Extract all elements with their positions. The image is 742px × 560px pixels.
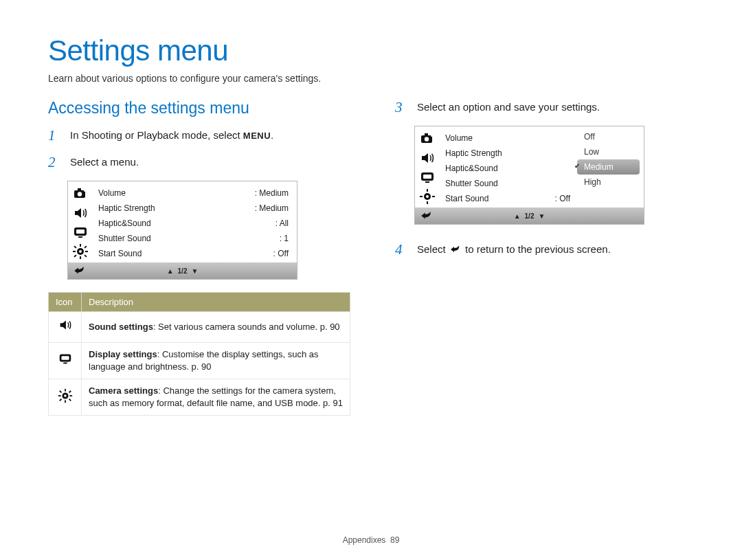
cs2-options: Off Low Medium High <box>576 126 641 208</box>
option-medium[interactable]: Medium <box>577 159 640 175</box>
svg-point-29 <box>64 394 67 397</box>
back-arrow-icon <box>449 243 462 255</box>
cs2-row: Start SoundOff <box>442 191 573 206</box>
svg-rect-14 <box>84 246 87 249</box>
cs1-rows: VolumeMedium Haptic StrengthMedium Hapti… <box>93 181 297 262</box>
step1-pre: In Shooting or Playback mode, select <box>70 129 243 141</box>
chevron-down-icon[interactable]: ▼ <box>191 267 198 275</box>
svg-point-42 <box>426 195 429 198</box>
cs1-row: VolumeMedium <box>95 186 291 201</box>
intro-text: Learn about various options to configure… <box>48 73 694 84</box>
desc-rest: : Set various camera sounds and volume. … <box>153 322 340 332</box>
cs1-sidebar <box>68 181 93 262</box>
sound-settings-icon <box>49 312 82 342</box>
chevron-up-icon[interactable]: ▲ <box>514 212 521 220</box>
camera-screen-1: VolumeMedium Haptic StrengthMedium Hapti… <box>67 181 297 280</box>
svg-rect-22 <box>65 400 66 403</box>
svg-rect-35 <box>423 175 431 179</box>
cs2-row: Haptic&Sound <box>442 161 573 176</box>
cs2-row: Volume <box>442 131 573 146</box>
pager: ▲ 1/2 ▼ <box>434 212 625 220</box>
svg-rect-5 <box>76 229 85 234</box>
svg-rect-31 <box>425 133 428 136</box>
back-icon[interactable] <box>419 208 434 224</box>
camera-screen-2: Volume Haptic Strength Haptic&Sound Shut… <box>414 126 644 225</box>
back-icon[interactable] <box>72 263 87 279</box>
display-settings-icon <box>49 342 82 379</box>
pager-text: 1/2 <box>178 267 188 275</box>
step-3: 3 Select an option and save your setting… <box>395 99 694 116</box>
page-footer: Appendixes 89 <box>0 535 742 545</box>
step-text: Select a menu. <box>70 154 347 171</box>
svg-rect-6 <box>78 236 82 238</box>
svg-rect-12 <box>74 246 76 249</box>
desc-bold: Sound settings <box>89 322 153 332</box>
step-text: Select an option and save your settings. <box>417 99 694 116</box>
camera-mode-icon <box>419 131 436 147</box>
svg-point-33 <box>431 135 432 137</box>
svg-rect-8 <box>80 244 81 247</box>
svg-point-32 <box>425 137 429 141</box>
cs1-row: Start SoundOff <box>95 246 291 261</box>
row-value: Off <box>555 194 570 203</box>
row-label: Volume <box>98 188 126 198</box>
svg-rect-15 <box>74 255 76 258</box>
cs2-sidebar <box>415 126 440 208</box>
step-2: 2 Select a menu. <box>48 154 347 171</box>
svg-rect-11 <box>85 251 88 252</box>
right-column: 3 Select an option and save your setting… <box>395 99 694 416</box>
camera-settings-icon <box>49 379 82 415</box>
th-desc: Description <box>82 293 350 312</box>
gear-icon <box>419 188 436 205</box>
row-label: Haptic Strength <box>98 203 155 213</box>
svg-rect-9 <box>80 256 81 259</box>
step4-post: to return to the previous screen. <box>465 243 611 255</box>
svg-rect-19 <box>63 363 67 364</box>
section-subtitle: Accessing the settings menu <box>48 99 347 117</box>
step-number: 2 <box>48 154 60 171</box>
page-title: Settings menu <box>48 34 694 67</box>
svg-rect-39 <box>427 201 428 204</box>
footer-page: 89 <box>390 535 399 545</box>
step4-pre: Select <box>417 243 449 255</box>
row-value: Medium <box>255 188 289 198</box>
step-number: 4 <box>395 241 407 258</box>
step1-post: . <box>271 129 273 141</box>
chevron-down-icon[interactable]: ▼ <box>538 212 545 220</box>
row-value: All <box>276 219 289 228</box>
table-row: Sound settings: Set various camera sound… <box>49 312 350 342</box>
option-off[interactable]: Off <box>577 129 640 144</box>
svg-rect-21 <box>65 388 66 391</box>
row-label: Volume <box>445 133 473 143</box>
svg-point-16 <box>79 250 82 253</box>
chevron-up-icon[interactable]: ▲ <box>167 267 174 275</box>
icon-description-table: Icon Description Sound settings: Set var… <box>48 292 350 416</box>
table-row: Camera settings: Change the settings for… <box>49 379 350 415</box>
pager: ▲ 1/2 ▼ <box>87 267 278 275</box>
th-icon: Icon <box>49 293 82 312</box>
row-label: Start Sound <box>98 249 142 258</box>
step-1: 1 In Shooting or Playback mode, select M… <box>48 127 347 144</box>
cs1-footer: ▲ 1/2 ▼ <box>68 262 297 279</box>
row-label: Haptic&Sound <box>98 219 151 228</box>
option-high[interactable]: High <box>577 175 640 190</box>
svg-rect-38 <box>427 189 428 192</box>
row-label: Haptic Strength <box>445 148 502 158</box>
cs2-footer: ▲ 1/2 ▼ <box>415 208 644 224</box>
svg-rect-41 <box>432 196 435 197</box>
cs2-labels: Volume Haptic Strength Haptic&Sound Shut… <box>440 126 576 208</box>
row-label: Haptic&Sound <box>445 164 498 173</box>
row-value: Off <box>273 249 289 258</box>
left-column: Accessing the settings menu 1 In Shootin… <box>48 99 347 416</box>
table-desc: Sound settings: Set various camera sound… <box>82 312 350 342</box>
cs2-row: Haptic Strength <box>442 146 573 161</box>
pager-text: 1/2 <box>525 212 535 220</box>
svg-rect-25 <box>59 390 62 393</box>
svg-point-2 <box>78 192 82 197</box>
desc-bold: Display settings <box>89 349 157 359</box>
step-text: In Shooting or Playback mode, select MEN… <box>70 127 347 144</box>
option-low[interactable]: Low <box>577 144 640 159</box>
svg-rect-36 <box>425 181 429 183</box>
row-label: Start Sound <box>445 194 488 203</box>
speaker-icon <box>419 150 436 166</box>
